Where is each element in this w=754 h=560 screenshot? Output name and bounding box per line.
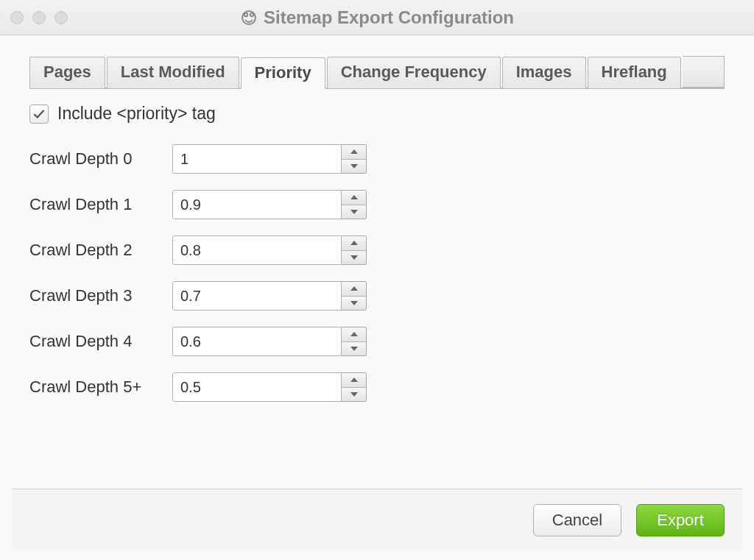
- crawl-depth-5plus-step-up[interactable]: [342, 373, 366, 387]
- titlebar: Sitemap Export Configuration: [0, 0, 754, 35]
- crawl-depth-2-label: Crawl Depth 2: [29, 241, 155, 260]
- crawl-depth-2-input[interactable]: [172, 235, 342, 265]
- include-priority-checkbox[interactable]: [29, 104, 49, 124]
- crawl-depth-0-step-up[interactable]: [342, 145, 366, 159]
- include-priority-label: Include <priority> tag: [57, 104, 216, 124]
- svg-marker-10: [350, 301, 358, 305]
- crawl-depth-2-step-down[interactable]: [342, 250, 366, 265]
- app-icon: [240, 9, 258, 26]
- crawl-depth-3-step-up[interactable]: [342, 282, 366, 296]
- tab-change-frequency[interactable]: Change Frequency: [327, 57, 501, 88]
- svg-marker-14: [350, 392, 358, 397]
- svg-marker-6: [350, 210, 358, 214]
- svg-marker-12: [350, 347, 358, 351]
- crawl-depth-0-spinner: [172, 144, 367, 174]
- crawl-depth-1-input[interactable]: [172, 190, 342, 219]
- crawl-depth-1-step-down[interactable]: [342, 205, 366, 219]
- tab-pages[interactable]: Pages: [29, 57, 105, 88]
- crawl-depth-4-input[interactable]: [172, 327, 342, 356]
- svg-marker-3: [350, 149, 358, 154]
- svg-marker-11: [350, 332, 358, 336]
- crawl-depth-0-row: Crawl Depth 0: [29, 144, 725, 174]
- window-controls: [10, 11, 68, 24]
- crawl-depth-4-step-up[interactable]: [342, 327, 366, 341]
- svg-point-2: [250, 13, 253, 15]
- crawl-depth-3-label: Crawl Depth 3: [29, 286, 155, 305]
- crawl-depth-4-label: Crawl Depth 4: [29, 332, 155, 351]
- svg-marker-13: [350, 378, 358, 382]
- tab-hreflang[interactable]: Hreflang: [588, 57, 681, 88]
- tab-priority[interactable]: Priority: [241, 57, 325, 89]
- cancel-button[interactable]: Cancel: [533, 504, 621, 536]
- crawl-depth-0-input[interactable]: [172, 144, 342, 174]
- svg-point-1: [244, 13, 247, 15]
- tab-bar: Pages Last Modified Priority Change Freq…: [29, 56, 725, 89]
- crawl-depth-2-spinner: [172, 235, 367, 265]
- svg-point-0: [242, 11, 256, 24]
- crawl-depth-3-spinner: [172, 281, 367, 311]
- svg-marker-8: [350, 255, 358, 260]
- crawl-depth-1-spinner: [172, 190, 367, 219]
- priority-panel: Include <priority> tag Crawl Depth 0 Cra…: [12, 89, 742, 418]
- crawl-depth-0-label: Crawl Depth 0: [29, 149, 155, 169]
- export-button[interactable]: Export: [636, 504, 725, 536]
- dialog-content: Pages Last Modified Priority Change Freq…: [0, 35, 754, 560]
- crawl-depth-1-label: Crawl Depth 1: [29, 195, 155, 214]
- crawl-depth-5plus-input[interactable]: [172, 372, 342, 402]
- tab-last-modified[interactable]: Last Modified: [107, 57, 239, 88]
- crawl-depth-5plus-label: Crawl Depth 5+: [29, 378, 155, 397]
- include-priority-row: Include <priority> tag: [29, 104, 725, 124]
- crawl-depth-3-step-down[interactable]: [342, 296, 366, 311]
- svg-marker-7: [350, 241, 358, 245]
- dialog-window: Sitemap Export Configuration Pages Last …: [0, 0, 754, 560]
- crawl-depth-1-step-up[interactable]: [342, 191, 366, 205]
- crawl-depth-5plus-row: Crawl Depth 5+: [29, 372, 725, 402]
- crawl-depth-3-row: Crawl Depth 3: [29, 281, 725, 311]
- crawl-depth-0-step-down[interactable]: [342, 159, 366, 174]
- zoom-window-button[interactable]: [54, 11, 68, 24]
- window-title: Sitemap Export Configuration: [264, 7, 514, 28]
- svg-marker-5: [350, 195, 358, 199]
- crawl-depth-1-row: Crawl Depth 1: [29, 190, 725, 219]
- svg-marker-4: [350, 164, 358, 169]
- crawl-depth-2-row: Crawl Depth 2: [29, 235, 725, 265]
- close-window-button[interactable]: [10, 11, 24, 24]
- svg-marker-9: [350, 286, 358, 291]
- minimize-window-button[interactable]: [32, 11, 46, 24]
- dialog-footer: Cancel Export: [12, 489, 742, 551]
- crawl-depth-4-step-down[interactable]: [342, 341, 366, 356]
- crawl-depth-4-row: Crawl Depth 4: [29, 327, 725, 356]
- crawl-depth-3-input[interactable]: [172, 281, 342, 311]
- tab-filler: [683, 56, 725, 88]
- crawl-depth-4-spinner: [172, 327, 367, 356]
- crawl-depth-5plus-spinner: [172, 372, 367, 402]
- crawl-depth-2-step-up[interactable]: [342, 236, 366, 250]
- crawl-depth-5plus-step-down[interactable]: [342, 387, 366, 402]
- tab-images[interactable]: Images: [502, 57, 586, 88]
